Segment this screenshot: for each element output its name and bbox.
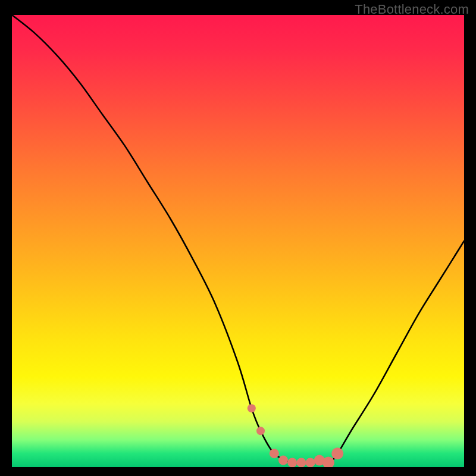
bottleneck-curve-line (12, 15, 464, 464)
highlight-marker (256, 427, 265, 435)
highlight-marker (306, 458, 315, 467)
highlight-marker (296, 458, 306, 467)
highlight-marker-group (248, 404, 343, 467)
highlight-marker (287, 458, 297, 467)
highlight-marker (278, 456, 288, 465)
highlight-marker (331, 447, 343, 459)
highlight-marker (270, 449, 279, 458)
chart-frame (12, 15, 464, 467)
highlight-marker (248, 404, 256, 412)
chart-svg (12, 15, 464, 467)
